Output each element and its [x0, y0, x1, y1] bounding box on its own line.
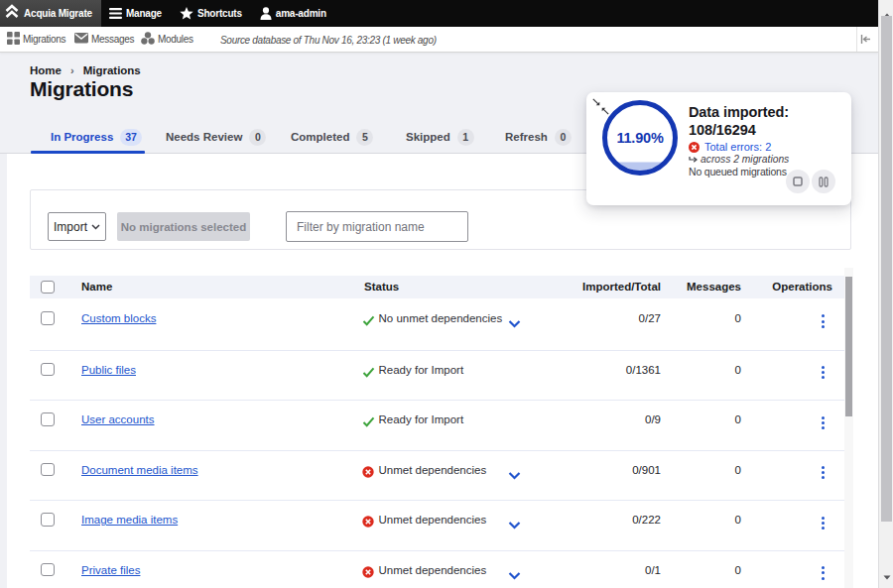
row-operations-kebab-icon[interactable] — [817, 411, 829, 434]
status-text: Unmet dependencies — [379, 514, 487, 526]
page-scrollbar[interactable] — [878, 0, 893, 588]
tab-count-badge: 37 — [120, 129, 142, 146]
tab-skipped[interactable]: Skipped1 — [406, 127, 474, 147]
data-imported-heading: Data imported: 108/16294 — [689, 104, 789, 139]
topbar-item-ama-admin[interactable]: ama-admin — [252, 0, 336, 27]
envelope-icon — [74, 33, 88, 46]
toolbar-item-messages[interactable]: Messages — [67, 27, 134, 52]
row-checkbox[interactable] — [41, 311, 55, 325]
row-checkbox[interactable] — [41, 513, 55, 527]
migration-name-link[interactable]: Document media items — [81, 464, 198, 476]
table-row: User accounts Ready for Import 0/9 0 — [30, 400, 844, 450]
column-header-name: Name — [81, 281, 112, 293]
progress-percent: 11.90% — [602, 100, 678, 176]
migration-name-link[interactable]: Private files — [81, 564, 140, 576]
brand-label: Acquia Migrate — [24, 8, 92, 19]
migration-filter-input[interactable] — [286, 211, 468, 242]
admin-topbar: Acquia Migrate ManageShortcutsama-admin — [0, 0, 878, 27]
progress-overview-card: 11.90% Data imported: 108/16294 Total er… — [586, 92, 851, 205]
messages-cell: 0 — [665, 564, 741, 576]
stop-icon — [793, 176, 803, 186]
source-database-note: Source database of Thu Nov 16, 23:23 (1 … — [220, 34, 437, 45]
tab-count-badge: 1 — [457, 129, 474, 146]
row-operations-kebab-icon[interactable] — [817, 361, 829, 385]
table-body: Custom blocks No unmet dependencies 0/27… — [30, 299, 844, 588]
row-checkbox[interactable] — [41, 412, 55, 426]
row-checkbox[interactable] — [41, 563, 55, 577]
table-row: Custom blocks No unmet dependencies 0/27… — [30, 299, 844, 350]
toolbar-item-label: Modules — [158, 34, 193, 45]
row-checkbox[interactable] — [41, 463, 55, 477]
tab-refresh[interactable]: Refresh0 — [505, 127, 572, 147]
tab-count-badge: 0 — [249, 129, 266, 146]
status-text: Unmet dependencies — [379, 464, 487, 476]
imported-total-cell: 0/1 — [506, 564, 661, 576]
toolbar-tray: MigrationsMessagesModules Source databas… — [0, 27, 878, 53]
acquia-logo-icon — [5, 4, 19, 23]
stop-button[interactable] — [786, 170, 810, 193]
status-error-icon — [362, 464, 375, 477]
imported-total-cell: 0/1361 — [506, 364, 661, 376]
tab-needs-review[interactable]: Needs Review0 — [166, 127, 266, 147]
topbar-item-manage[interactable]: Manage — [101, 0, 172, 27]
column-header-operations: Operations — [737, 281, 832, 293]
column-header-status: Status — [364, 281, 399, 293]
status-error-icon — [362, 514, 375, 527]
messages-cell: 0 — [665, 514, 741, 526]
toolbar-item-migrations[interactable]: Migrations — [0, 27, 65, 52]
row-checkbox[interactable] — [41, 363, 55, 377]
status-ok-icon — [362, 312, 375, 325]
pause-button[interactable] — [812, 170, 835, 193]
tab-label: Skipped — [406, 131, 450, 143]
grid-icon — [7, 32, 20, 47]
tab-label: Completed — [291, 131, 349, 143]
page-scrollbar-thumb[interactable] — [881, 16, 892, 522]
migration-name-link[interactable]: Public files — [81, 364, 136, 376]
progress-ring: 11.90% — [602, 100, 678, 176]
toolbar-item-label: Messages — [91, 34, 134, 45]
breadcrumb-home-link[interactable]: Home — [30, 64, 62, 76]
migration-name-link[interactable]: User accounts — [81, 413, 155, 425]
status-error-icon — [362, 564, 375, 577]
column-header-messages: Messages — [665, 281, 741, 293]
messages-cell: 0 — [665, 364, 741, 376]
breadcrumb-migrations-link[interactable]: Migrations — [83, 64, 141, 76]
page-title: Migrations — [30, 77, 133, 101]
messages-cell: 0 — [665, 312, 741, 324]
table-scrollbar-thumb[interactable] — [845, 277, 852, 416]
table-row: Private files Unmet dependencies 0/1 0 — [30, 550, 844, 588]
row-operations-kebab-icon[interactable] — [817, 561, 829, 585]
topbar-item-shortcuts[interactable]: Shortcuts — [172, 0, 252, 27]
brand-acquia-migrate[interactable]: Acquia Migrate — [0, 0, 101, 27]
import-button[interactable]: Import — [48, 212, 106, 241]
collapse-left-icon — [860, 35, 871, 44]
table-row: Public files Ready for Import 0/1361 0 — [30, 350, 844, 401]
messages-cell: 0 — [665, 413, 741, 425]
total-errors-link[interactable]: Total errors: 2 — [689, 141, 771, 153]
table-scrollbar[interactable] — [844, 268, 853, 588]
tab-label: Refresh — [505, 131, 548, 143]
row-operations-kebab-icon[interactable] — [817, 511, 829, 534]
active-tab-underline — [31, 151, 145, 154]
table-header-row: Name Status Imported/Total Messages Oper… — [30, 276, 844, 298]
tab-in-progress[interactable]: In Progress37 — [51, 127, 142, 147]
table-row: Image media items Unmet dependencies 0/2… — [30, 500, 844, 550]
messages-cell: 0 — [665, 464, 741, 476]
tab-label: Needs Review — [166, 131, 242, 143]
tab-completed[interactable]: Completed5 — [291, 127, 373, 147]
column-header-imported-total: Imported/Total — [506, 281, 661, 293]
migration-name-link[interactable]: Image media items — [81, 514, 178, 526]
page-scrollbar-down-arrow[interactable] — [883, 566, 891, 584]
migration-name-link[interactable]: Custom blocks — [81, 312, 156, 324]
tab-count-badge: 0 — [555, 129, 572, 146]
select-all-checkbox[interactable] — [41, 281, 55, 294]
status-text: Ready for Import — [379, 413, 464, 425]
row-operations-kebab-icon[interactable] — [817, 309, 829, 333]
toolbar-collapse-button[interactable] — [856, 27, 874, 52]
tab-count-badge: 5 — [356, 129, 373, 146]
row-operations-kebab-icon[interactable] — [817, 461, 829, 485]
tab-label: In Progress — [51, 131, 113, 143]
selection-status-button[interactable]: No migrations selected — [117, 212, 250, 241]
user-icon — [260, 7, 272, 20]
toolbar-item-modules[interactable]: Modules — [134, 27, 193, 52]
